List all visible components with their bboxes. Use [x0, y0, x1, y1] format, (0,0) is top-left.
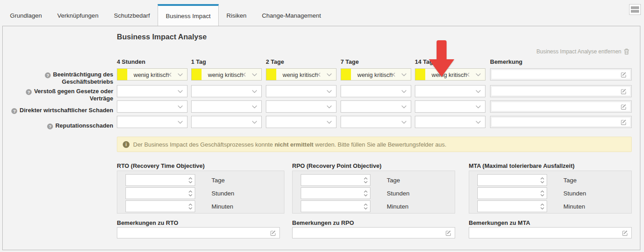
clear-icon[interactable]: [241, 72, 246, 77]
rating-select-7-tage[interactable]: wenig kritisch: [341, 68, 411, 81]
chevron-down-icon[interactable]: [401, 73, 407, 76]
rating-select-2-tage[interactable]: wenig kritisch: [266, 68, 336, 81]
tab-verknuepfungen[interactable]: Verknüpfungen: [50, 0, 106, 26]
bemerkung-input[interactable]: [492, 87, 630, 95]
edit-icon[interactable]: [620, 103, 627, 110]
help-icon[interactable]: ?: [11, 108, 17, 114]
rating-select-7-tage[interactable]: [341, 85, 411, 97]
stepper-buttons[interactable]: [186, 175, 195, 185]
rating-select-1-tag[interactable]: wenig kritisch: [191, 68, 262, 81]
tab-change-management[interactable]: Change-Management: [254, 0, 329, 26]
clear-icon[interactable]: [316, 72, 321, 77]
chevron-down-icon[interactable]: [476, 73, 481, 76]
bemerkung-input[interactable]: [492, 70, 630, 79]
row-label: ?Reputationsschaden: [6, 115, 113, 129]
bemerkung-input[interactable]: [492, 102, 630, 111]
rating-select-2-tage[interactable]: [266, 100, 336, 113]
chevron-down-icon[interactable]: [476, 90, 481, 93]
rpo-remark-label: Bemerkungen zu RPO: [292, 219, 354, 226]
rating-value: wenig kritisch: [134, 71, 169, 78]
rto-remark-input[interactable]: [117, 228, 279, 238]
rating-select-4-stunden[interactable]: wenig kritisch: [117, 68, 187, 81]
help-icon[interactable]: ?: [45, 72, 51, 78]
rpo-remark-input[interactable]: [293, 228, 455, 238]
rating-select-4-stunden[interactable]: [117, 116, 187, 128]
edit-icon[interactable]: [620, 71, 627, 78]
chevron-down-icon[interactable]: [178, 90, 183, 93]
stepper-buttons[interactable]: [538, 201, 547, 212]
rto-stunden-input[interactable]: [125, 187, 195, 199]
rating-select-7-tage[interactable]: [341, 100, 411, 113]
clear-icon[interactable]: [391, 72, 395, 77]
chevron-down-icon[interactable]: [327, 105, 332, 108]
rating-select-1-tag[interactable]: [191, 85, 262, 97]
chevron-down-icon[interactable]: [252, 90, 257, 93]
chevron-down-icon[interactable]: [252, 105, 257, 108]
rating-select-14-tage[interactable]: [415, 100, 485, 113]
rating-select-2-tage[interactable]: [266, 116, 336, 128]
rating-select-4-stunden[interactable]: [117, 100, 187, 113]
edit-icon[interactable]: [620, 88, 627, 95]
edit-icon[interactable]: [270, 229, 277, 236]
stepper-buttons[interactable]: [361, 188, 370, 199]
trash-icon[interactable]: [624, 48, 630, 55]
unit-label: Minuten: [563, 203, 585, 210]
rating-select-14-tage[interactable]: [415, 116, 485, 128]
chevron-down-icon[interactable]: [401, 120, 407, 124]
edit-icon[interactable]: [445, 229, 452, 236]
rating-select-2-tage[interactable]: [266, 85, 336, 97]
chevron-down-icon[interactable]: [401, 90, 407, 93]
tab-risiken[interactable]: Risiken: [219, 0, 254, 26]
row-label: ?Verstoß gegen Gesetze oder Verträge: [6, 81, 113, 102]
chevron-down-icon[interactable]: [476, 105, 481, 108]
mta-title: MTA (Maximal tolerierbare Ausfallzeit): [469, 162, 575, 169]
rating-select-1-tag[interactable]: [191, 116, 262, 128]
mta-tage-input[interactable]: [477, 174, 547, 186]
mta-remark-input[interactable]: [469, 228, 631, 238]
stepper-buttons[interactable]: [538, 188, 547, 199]
rating-select-1-tag[interactable]: [191, 100, 262, 113]
rating-row-gesetze: ?Verstoß gegen Gesetze oder Verträge: [0, 85, 644, 97]
mta-minuten-input[interactable]: [477, 200, 547, 212]
unit-label: Tage: [563, 177, 577, 184]
stepper-buttons[interactable]: [186, 188, 195, 199]
bemerkung-input[interactable]: [492, 118, 630, 126]
edit-icon[interactable]: [620, 119, 627, 125]
chevron-down-icon[interactable]: [401, 105, 407, 108]
chevron-down-icon[interactable]: [252, 73, 257, 76]
clear-icon[interactable]: [167, 72, 172, 77]
chevron-down-icon[interactable]: [178, 73, 183, 76]
chevron-down-icon[interactable]: [327, 73, 332, 76]
mta-remark-label: Bemerkungen zu MTA: [469, 219, 530, 226]
remove-bia-link[interactable]: Business Impact Analyse entfernen: [537, 48, 630, 55]
stepper-buttons[interactable]: [186, 201, 195, 212]
chevron-down-icon[interactable]: [178, 105, 183, 108]
stepper-buttons[interactable]: [361, 201, 370, 212]
clear-icon[interactable]: [465, 72, 470, 77]
chevron-down-icon[interactable]: [327, 90, 332, 93]
edit-icon[interactable]: [622, 229, 629, 236]
chevron-down-icon[interactable]: [476, 120, 481, 124]
chevron-down-icon[interactable]: [178, 120, 183, 124]
rto-tage-input[interactable]: [125, 174, 195, 186]
chevron-down-icon[interactable]: [327, 120, 332, 124]
stepper-buttons[interactable]: [361, 175, 370, 185]
rating-select-4-stunden[interactable]: [117, 85, 187, 97]
stepper-buttons[interactable]: [538, 175, 547, 185]
tab-business-impact[interactable]: Business Impact: [158, 4, 219, 26]
rto-minuten-input[interactable]: [125, 200, 195, 212]
tab-schutzbedarf[interactable]: Schutzbedarf: [106, 0, 158, 26]
help-icon[interactable]: ?: [47, 124, 53, 129]
rpo-tage-input[interactable]: [301, 174, 370, 186]
rpo-minuten-input[interactable]: [301, 200, 370, 212]
help-icon[interactable]: ?: [26, 89, 32, 95]
unit-label: Stunden: [211, 190, 234, 197]
panel-toggle-button[interactable]: [629, 4, 641, 15]
rating-select-7-tage[interactable]: [341, 116, 411, 128]
rating-select-14-tage[interactable]: [415, 85, 485, 97]
rpo-stunden-input[interactable]: [301, 187, 370, 199]
mta-stunden-input[interactable]: [477, 187, 547, 199]
rto-remark-field: [117, 227, 280, 238]
tab-grundlagen[interactable]: Grundlagen: [2, 0, 50, 26]
chevron-down-icon[interactable]: [252, 120, 257, 124]
